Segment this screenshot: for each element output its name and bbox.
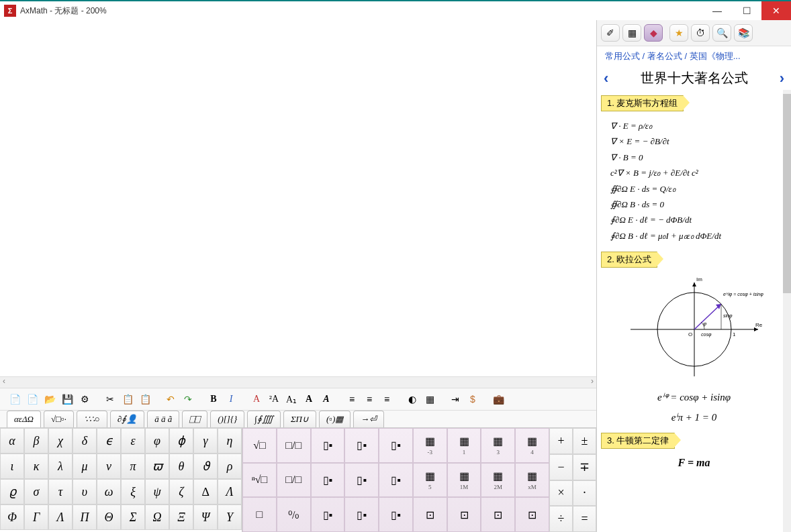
edit-icon[interactable]: ✐ (601, 24, 620, 42)
greek-ε[interactable]: ε (121, 428, 145, 454)
greek-Θ[interactable]: Θ (97, 504, 121, 530)
op-=[interactable]: = (573, 506, 596, 532)
template-11[interactable]: ▯▪ (311, 463, 345, 498)
euler-equation-2[interactable]: eⁱπ + 1 = 0 (597, 407, 791, 427)
greek-λ[interactable]: λ (48, 454, 73, 479)
tab-integrals[interactable]: ∫∮⨌ (247, 411, 281, 427)
library-content[interactable]: 1. 麦克斯韦方程组 ∇ · E = ρ/ε₀∇ × E = − ∂B/∂t∇ … (597, 90, 791, 532)
copy-button[interactable]: 📋 (120, 391, 136, 407)
greek-α[interactable]: α (0, 428, 24, 454)
search-icon[interactable]: 🔍 (712, 24, 731, 42)
font-style-1[interactable]: A (248, 391, 265, 407)
greek-θ[interactable]: θ (169, 454, 193, 479)
template-20[interactable]: ▯▪ (311, 497, 345, 532)
template-18[interactable]: □ (242, 497, 277, 532)
align-right-button[interactable]: ≡ (379, 391, 395, 407)
greek-Π[interactable]: Π (73, 504, 97, 530)
template-8[interactable]: ▦4 (515, 428, 549, 463)
op-−[interactable]: − (549, 454, 573, 480)
star-icon[interactable]: ★ (669, 24, 688, 42)
tab-sums[interactable]: ΣΠ∪ (283, 411, 316, 427)
tab-accents[interactable]: ā ä ã (147, 411, 179, 427)
font-style-5[interactable]: A (318, 391, 334, 407)
tab-arrows[interactable]: →⏎ (353, 411, 384, 427)
template-1[interactable]: □/□ (277, 428, 311, 463)
latex-button[interactable]: $ (465, 391, 481, 407)
font-style-2[interactable]: ²A (266, 391, 282, 407)
greek-Υ[interactable]: Υ (218, 504, 242, 530)
italic-button[interactable]: I (223, 391, 239, 407)
prev-page-button[interactable]: ‹ (604, 70, 608, 87)
template-26[interactable]: ⊡ (515, 497, 549, 532)
maxwell-equations[interactable]: ∇ · E = ρ/ε₀∇ × E = − ∂B/∂t∇ · B = 0c²∇ … (597, 115, 791, 246)
greek-β[interactable]: β (24, 428, 48, 454)
tab-radical[interactable]: √□▫· (44, 411, 74, 427)
cut-button[interactable]: ✂ (102, 391, 118, 407)
template-3[interactable]: ▯▪ (344, 428, 379, 463)
greek-δ[interactable]: δ (73, 428, 97, 454)
template-13[interactable]: ▯▪ (379, 463, 413, 498)
template-5[interactable]: ▦-3 (413, 428, 447, 463)
template-15[interactable]: ▦1M (447, 463, 481, 498)
greek-ι[interactable]: ι (0, 454, 24, 479)
tab-button[interactable]: ⇥ (447, 391, 463, 407)
clock-icon[interactable]: ⏱ (691, 24, 710, 42)
template-19[interactable]: ⁰/₀ (277, 497, 311, 532)
tab-box[interactable]: ⎕⎕ (182, 411, 207, 427)
tab-calculus[interactable]: ∂∮👤 (110, 411, 144, 427)
template-23[interactable]: ⊡ (413, 497, 447, 532)
newton-equation[interactable]: F = ma (597, 453, 791, 473)
greek-τ[interactable]: τ (48, 479, 73, 504)
greek-ϵ[interactable]: ϵ (97, 428, 121, 454)
greek-ϕ[interactable]: ϕ (169, 428, 193, 454)
template-14[interactable]: ▦5 (413, 463, 447, 498)
bold-button[interactable]: B (205, 391, 222, 407)
grid-button[interactable]: ▦ (422, 391, 438, 407)
greek-Λ[interactable]: Λ (48, 504, 73, 530)
greek-ϖ[interactable]: ϖ (145, 454, 169, 479)
greek-Σ[interactable]: Σ (121, 504, 145, 530)
minimize-button[interactable]: — (702, 1, 732, 20)
maximize-button[interactable]: ☐ (732, 1, 761, 20)
tab-greek[interactable]: αεΔΩ (7, 411, 41, 427)
greek-Ω[interactable]: Ω (145, 504, 169, 530)
op-+[interactable]: + (549, 428, 573, 454)
template-9[interactable]: ⁿ√□ (242, 463, 277, 498)
color-button[interactable]: ◐ (404, 391, 420, 407)
greek-ξ[interactable]: ξ (121, 479, 145, 504)
sidebar-scrollbar[interactable] (783, 90, 791, 532)
tab-logic[interactable]: ∵∴○ (77, 411, 107, 427)
tab-brackets[interactable]: ()[]{} (210, 411, 244, 427)
template-17[interactable]: ▦xM (515, 463, 549, 498)
paste-button[interactable]: 📋 (137, 391, 153, 407)
tab-matrix[interactable]: (▫)▦ (319, 411, 351, 427)
align-left-button[interactable]: ≡ (344, 391, 360, 407)
greek-υ[interactable]: υ (73, 479, 97, 504)
template-4[interactable]: ▯▪ (379, 428, 413, 463)
close-button[interactable]: ✕ (761, 1, 791, 20)
tag-icon[interactable]: ◆ (644, 24, 663, 42)
new-button[interactable]: 📄 (7, 391, 23, 407)
undo-button[interactable]: ↶ (162, 391, 179, 407)
op-÷[interactable]: ÷ (549, 506, 573, 532)
template-10[interactable]: □/□ (277, 463, 311, 498)
greek-ϱ[interactable]: ϱ (0, 479, 24, 504)
greek-γ[interactable]: γ (193, 428, 218, 454)
template-6[interactable]: ▦1 (447, 428, 481, 463)
template-16[interactable]: ▦2M (481, 463, 515, 498)
greek-∆[interactable]: ∆ (193, 479, 218, 504)
greek-ν[interactable]: ν (97, 454, 121, 479)
op-·[interactable]: · (573, 480, 596, 507)
copy-doc-button[interactable]: 📄 (24, 391, 40, 407)
template-25[interactable]: ⊡ (481, 497, 515, 532)
greek-μ[interactable]: μ (73, 454, 97, 479)
euler-equation-1[interactable]: eⁱᵠ = cosφ + isinφ (597, 387, 791, 407)
next-page-button[interactable]: › (780, 70, 784, 87)
greek-Ψ[interactable]: Ψ (193, 504, 218, 530)
op-∓[interactable]: ∓ (573, 454, 596, 480)
greek-ζ[interactable]: ζ (169, 479, 193, 504)
greek-η[interactable]: η (218, 428, 242, 454)
op-×[interactable]: × (549, 480, 573, 507)
template-24[interactable]: ⊡ (447, 497, 481, 532)
greek-Λ[interactable]: Λ (218, 479, 242, 504)
